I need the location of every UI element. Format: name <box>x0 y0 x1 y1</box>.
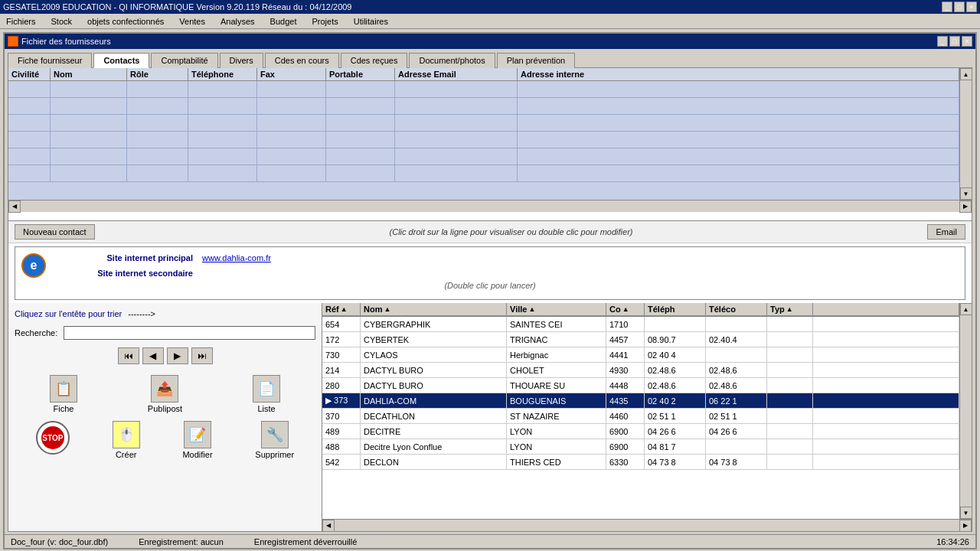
tab-comptabilite[interactable]: Comptabilité <box>151 53 217 68</box>
contacts-scrollbar[interactable]: ▲ ▼ <box>959 68 972 200</box>
header-teleco[interactable]: Téléco <box>706 303 767 315</box>
menu-objets[interactable]: objets confectionnés <box>84 16 167 27</box>
creer-btn[interactable]: 🖱️ Créer <box>113 421 140 459</box>
minimize-btn[interactable]: _ <box>942 2 952 12</box>
col-telephone: Téléphone <box>188 68 257 80</box>
search-input[interactable] <box>64 326 315 340</box>
cell-co: 6900 <box>606 424 645 439</box>
table-row[interactable]: 370 DECATHLON ST NAZAIRE 4460 02 51 1 02… <box>322 409 959 424</box>
nav-first-btn[interactable]: ⏮ <box>118 347 139 364</box>
nav-last-btn[interactable]: ⏭ <box>191 347 213 364</box>
menu-stock[interactable]: Stock <box>48 16 76 27</box>
liste-btn[interactable]: 📄 Liste <box>253 375 280 413</box>
header-nom[interactable]: Nom ▲ <box>361 303 507 315</box>
tab-divers[interactable]: Divers <box>220 53 263 68</box>
table-row[interactable]: ▶ 373 DAHLIA-COM BOUGUENAIS 4435 02 40 2… <box>322 393 959 409</box>
table-row[interactable]: 730 CYLAOS Herbignac 4441 02 40 4 <box>322 347 959 363</box>
liste-label: Liste <box>257 404 275 413</box>
website-principal-url[interactable]: www.dahlia-com.fr <box>202 253 271 262</box>
cell-teleco: 04 26 6 <box>706 424 767 439</box>
menu-projets[interactable]: Projets <box>309 16 341 27</box>
publipost-btn[interactable]: 📤 Publipost <box>148 375 182 413</box>
menu-fichiers[interactable]: Fichiers <box>3 16 39 27</box>
table-row[interactable]: 489 DECITRE LYON 6900 04 26 6 04 26 6 <box>322 424 959 439</box>
menu-utilitaires[interactable]: Utilitaires <box>351 16 391 27</box>
double-click-hint: (Double clic pour lancer) <box>21 278 959 293</box>
fiche-label: Fiche <box>54 404 74 413</box>
modifier-icon: 📝 <box>184 421 211 448</box>
menu-budget[interactable]: Budget <box>267 16 300 27</box>
table-row[interactable]: 172 CYBERTEK TRIGNAC 4457 08.90.7 02.40.… <box>322 332 959 347</box>
contact-row[interactable] <box>8 81 959 98</box>
table-row[interactable]: 488 Decitre Lyon Conflue LYON 6900 04 81… <box>322 439 959 455</box>
bottom-split: Cliquez sur l'entête pour trier --------… <box>8 303 972 531</box>
cell-ref: 488 <box>322 439 361 454</box>
data-h-scrollbar[interactable]: ◀ ▶ <box>322 519 972 531</box>
modifier-btn[interactable]: 📝 Modifier <box>182 421 212 459</box>
title-controls: _ □ × <box>942 2 977 12</box>
stop-btn[interactable]: STOP <box>36 421 70 455</box>
click-hint: (Clic droit sur la ligne pour visualiser… <box>101 227 922 236</box>
table-row[interactable]: 654 CYBERGRAPHIK SAINTES CEI 1710 <box>322 317 959 332</box>
contact-row[interactable] <box>8 148 959 165</box>
scroll-up-btn[interactable]: ▲ <box>960 68 972 80</box>
nav-controls: ⏮ ◀ ▶ ⏭ <box>15 347 315 364</box>
tab-contacts[interactable]: Contacts <box>93 53 149 68</box>
supprimer-btn[interactable]: 🔧 Supprimer <box>255 421 294 459</box>
contacts-h-scrollbar[interactable]: ◀ ▶ <box>8 200 972 212</box>
left-panel: Cliquez sur l'entête pour trier --------… <box>8 303 322 531</box>
tab-cdes-en-cours[interactable]: Cdes en cours <box>265 53 339 68</box>
table-row[interactable]: 280 DACTYL BURO THOUARE SU 4448 02.48.6 … <box>322 378 959 393</box>
data-scroll-left[interactable]: ◀ <box>322 520 335 532</box>
tab-plan-prevention[interactable]: Plan prévention <box>497 53 575 68</box>
contact-row[interactable] <box>8 132 959 148</box>
header-ref[interactable]: Réf ▲ <box>322 303 361 315</box>
table-row[interactable]: 542 DECLON THIERS CED 6330 04 73 8 04 73… <box>322 455 959 470</box>
nav-prev-btn[interactable]: ◀ <box>142 347 164 364</box>
cell-ref: 214 <box>322 363 361 377</box>
data-scrollbar[interactable]: ▲ ▼ <box>959 303 972 519</box>
cell-teleco: 04 73 8 <box>706 455 767 469</box>
cell-nom: CYBERTEK <box>361 332 507 347</box>
data-scroll-right[interactable]: ▶ <box>959 520 972 532</box>
header-typ[interactable]: Typ ▲ <box>767 303 813 315</box>
header-teleph[interactable]: Téléph <box>645 303 706 315</box>
header-ville[interactable]: Ville ▲ <box>507 303 606 315</box>
scroll-left-btn[interactable]: ◀ <box>8 201 21 213</box>
data-scroll-down[interactable]: ▼ <box>960 507 972 519</box>
nav-next-btn[interactable]: ▶ <box>167 347 188 364</box>
cell-ref: 542 <box>322 455 361 469</box>
contact-row[interactable] <box>8 98 959 115</box>
header-co[interactable]: Co ▲ <box>606 303 645 315</box>
tab-document-photos[interactable]: Document/photos <box>409 53 495 68</box>
cell-co: 4457 <box>606 332 645 347</box>
website-section: e Site internet principal www.dahlia-com… <box>15 246 965 300</box>
cell-ville: TRIGNAC <box>507 332 606 347</box>
stop-icon: STOP <box>41 426 64 449</box>
data-scroll-up[interactable]: ▲ <box>960 303 972 315</box>
menu-ventes[interactable]: Ventes <box>176 16 208 27</box>
win-minimize[interactable]: _ <box>937 36 948 47</box>
table-row[interactable]: 214 DACTYL BURO CHOLET 4930 02.48.6 02.4… <box>322 363 959 378</box>
cell-teleco: 02.40.4 <box>706 332 767 347</box>
tab-fiche-fournisseur[interactable]: Fiche fournisseur <box>8 53 92 68</box>
menu-analyses[interactable]: Analyses <box>217 16 258 27</box>
close-btn[interactable]: × <box>966 2 977 12</box>
nouveau-contact-button[interactable]: Nouveau contact <box>15 224 95 240</box>
col-email: Adresse Email <box>395 68 518 80</box>
search-label: Recherche: <box>15 328 57 337</box>
tab-cdes-recues[interactable]: Cdes reçues <box>341 53 408 68</box>
maximize-btn[interactable]: □ <box>954 2 965 12</box>
fiche-btn[interactable]: 📋 Fiche <box>50 375 77 413</box>
cell-extra <box>813 332 959 347</box>
search-row: Recherche: <box>15 326 315 340</box>
scroll-right-btn[interactable]: ▶ <box>959 201 972 213</box>
contact-row[interactable] <box>8 165 959 182</box>
win-close[interactable]: × <box>962 36 972 47</box>
win-maximize[interactable]: □ <box>949 36 960 47</box>
contact-row[interactable] <box>8 115 959 132</box>
scroll-down-btn[interactable]: ▼ <box>960 187 972 200</box>
cell-nom: DAHLIA-COM <box>361 393 507 408</box>
email-button[interactable]: Email <box>927 224 965 240</box>
cell-nom: DECLON <box>361 455 507 469</box>
